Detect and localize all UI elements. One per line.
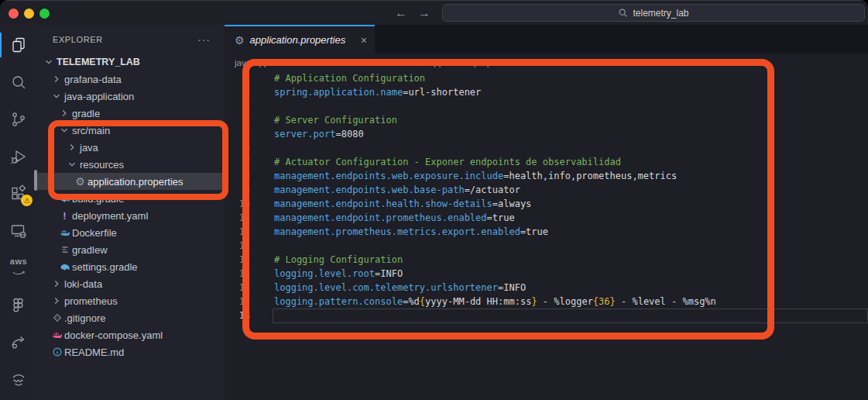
vscode-window: ← → telemetry_lab ⚠ — [0, 0, 868, 400]
explorer-icon[interactable] — [0, 26, 37, 64]
zoom-window-button[interactable] — [39, 9, 50, 19]
tab-label: application.properties — [250, 34, 346, 46]
breadcrumb: java-application›src›main›resources›⚙app… — [225, 53, 868, 71]
code-line: spring.application.name=url-shortener — [274, 85, 868, 99]
tree-folder-loki-data[interactable]: loki-data — [37, 275, 225, 292]
run-debug-icon[interactable] — [0, 138, 37, 175]
chevron-right-icon — [51, 74, 62, 84]
sidebar-overflow-button[interactable]: ··· — [197, 33, 211, 46]
code-line: # Actuator Configuration - Exponer endpo… — [274, 155, 868, 169]
tree-file-deployment-yaml[interactable]: !deployment.yaml — [37, 207, 225, 224]
tree-folder-grafana-data[interactable]: grafana-data — [37, 71, 225, 88]
breadcrumb-item[interactable]: resources — [365, 58, 404, 67]
extensions-icon[interactable]: ⚠ — [0, 175, 37, 212]
tree-folder-resources[interactable]: resources — [37, 156, 225, 173]
tree-item-label: java — [80, 142, 98, 153]
sidebar-header: EXPLORER ··· — [37, 25, 225, 54]
docker-whale-icon — [59, 227, 70, 239]
explorer-sidebar: EXPLORER ··· TELEMETRY_LABgrafana-dataja… — [37, 25, 225, 400]
code-line: logging.level.root=INFO — [274, 267, 868, 281]
aws-toolkit-icon[interactable]: aws — [0, 250, 37, 287]
gradle-elephant-icon — [59, 193, 70, 205]
tree-item-label: Dockerfile — [72, 227, 117, 239]
code-line: management.endpoints.web.base-path=/actu… — [274, 183, 868, 197]
tree-file-dockerfile[interactable]: Dockerfile — [37, 224, 225, 241]
chevron-right-icon — [59, 108, 70, 119]
tree-item-label: build.gradle — [72, 193, 124, 205]
search-value: telemetry_lab — [633, 8, 688, 19]
breadcrumb-item[interactable]: java-application — [235, 58, 297, 67]
breadcrumb-separator: › — [325, 58, 328, 67]
gradlew-script-icon — [59, 244, 70, 256]
tree-item-label: loki-data — [64, 278, 102, 290]
close-tab-icon[interactable]: × — [361, 34, 367, 47]
code-line — [274, 239, 868, 253]
sidebar-title: EXPLORER — [53, 35, 103, 44]
traffic-lights — [9, 9, 50, 19]
code-area[interactable]: 123456789101112131415161718 # Applicatio… — [225, 71, 868, 400]
tree-file-build-gradle[interactable]: build.gradle — [37, 190, 225, 207]
tree-item-label: application.properties — [87, 176, 184, 188]
tree-file-settings-gradle[interactable]: settings.gradle — [37, 258, 225, 275]
code-line: management.endpoints.web.exposure.includ… — [274, 169, 868, 183]
aws-label: aws — [9, 257, 28, 266]
code-line: management.prometheus.metrics.export.ena… — [274, 225, 868, 239]
tree-folder-gradle[interactable]: gradle — [37, 105, 225, 122]
tab-application-properties[interactable]: ⚙ application.properties × — [225, 25, 375, 53]
editor-pane: ⚙ application.properties × java-applicat… — [225, 25, 868, 400]
tree-item-label: settings.gradle — [72, 261, 138, 273]
tree-folder-java-application[interactable]: java-application — [37, 88, 225, 105]
close-window-button[interactable] — [9, 9, 19, 19]
breadcrumb-separator: › — [357, 58, 360, 67]
wave-extension-icon[interactable] — [0, 361, 37, 398]
gradle-elephant-icon — [59, 261, 70, 273]
tree-file-application-properties[interactable]: ⚙application.properties — [37, 173, 225, 190]
breadcrumb-item[interactable]: src — [309, 58, 321, 67]
line-numbers: 123456789101112131415161718 — [225, 71, 250, 322]
chevron-down-icon — [67, 159, 77, 170]
tree-file--gitignore[interactable]: .gitignore — [37, 309, 225, 326]
tree-folder-prometheus[interactable]: prometheus — [37, 292, 225, 309]
search-icon — [618, 8, 628, 18]
tree-folder-telemetry-lab[interactable]: TELEMETRY_LAB — [37, 53, 225, 71]
search-sidebar-icon[interactable] — [0, 64, 37, 101]
readme-info-icon — [51, 347, 63, 358]
code-line: management.endpoint.health.show-details=… — [274, 197, 868, 211]
tree-file-gradlew[interactable]: gradlew — [37, 241, 225, 258]
command-center-search[interactable]: telemetry_lab — [442, 4, 865, 22]
tree-item-label: .gitignore — [64, 312, 105, 324]
code-line: logging.pattern.console=%d{yyyy-MM-dd HH… — [274, 295, 868, 309]
tree-item-label: docker-compose.yaml — [64, 329, 163, 341]
tree-item-label: grafana-data — [64, 74, 122, 85]
breadcrumb-item[interactable]: main — [333, 58, 352, 67]
forward-icon[interactable]: → — [418, 6, 431, 20]
tree-folder-src-main[interactable]: src/main — [37, 122, 225, 139]
chevron-down-icon — [51, 91, 62, 102]
tree-item-label: gradlew — [72, 244, 108, 256]
tab-bar: ⚙ application.properties × — [225, 25, 868, 53]
code-line: # Server Configuration — [274, 113, 868, 127]
gitignore-icon — [51, 312, 63, 324]
tree-file-docker-compose-yaml[interactable]: docker-compose.yaml — [37, 326, 225, 343]
remote-explorer-icon[interactable] — [0, 212, 37, 250]
code-lines: # Application Configurationspring.applic… — [274, 71, 868, 322]
tree-item-label: README.md — [64, 347, 124, 358]
minimize-window-button[interactable] — [24, 9, 34, 19]
chevron-right-icon — [51, 278, 62, 289]
source-control-icon[interactable] — [0, 101, 37, 138]
chevron-down-icon — [43, 57, 54, 67]
docker-compose-whale-icon — [51, 329, 63, 341]
tree-item-label: deployment.yaml — [72, 210, 148, 222]
breadcrumb-file[interactable]: application.properties — [429, 58, 513, 67]
design-extension-icon[interactable] — [0, 287, 37, 324]
tree-folder-java[interactable]: java — [37, 139, 225, 156]
code-line — [274, 309, 868, 322]
breadcrumb-separator: › — [408, 58, 411, 67]
tree-file-readme-md[interactable]: README.md — [37, 343, 225, 360]
activity-bar: ⚠ aws — [0, 25, 37, 400]
gear-icon: ⚙ — [74, 176, 86, 188]
share-extension-icon[interactable] — [0, 324, 37, 361]
tree-item-label: java-application — [64, 91, 134, 102]
back-icon[interactable]: ← — [395, 6, 407, 20]
code-line — [274, 141, 868, 155]
